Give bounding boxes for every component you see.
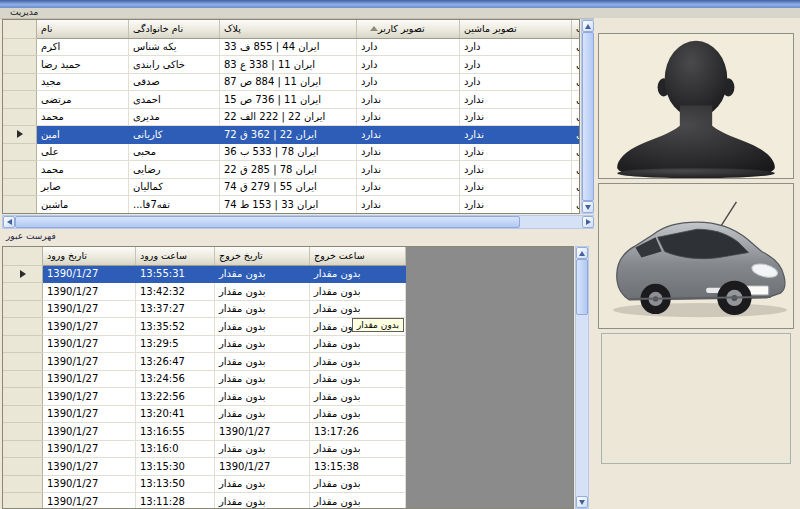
scrollbar-track[interactable] (582, 32, 594, 201)
cell-family[interactable]: تفه7قا... (129, 196, 220, 214)
row-selector[interactable] (3, 178, 37, 196)
cell-entry_time[interactable]: 13:16:55 (136, 423, 215, 441)
row-selector[interactable] (3, 73, 37, 91)
cell-user_image[interactable]: ندارد (357, 196, 460, 214)
row-selector[interactable] (3, 265, 43, 283)
cell-exit_time[interactable]: بدون مقدار (310, 475, 406, 493)
table-row[interactable]: امینکاریانیایران 22 | 362 ق 72نداردندارد… (3, 126, 580, 144)
cell-car_image[interactable]: ندارد (460, 91, 572, 109)
cell-family[interactable]: احمدی (129, 91, 220, 109)
table-row[interactable]: مجیدصدقیایران 11 | 884 ص 87داردداردفعال (3, 73, 580, 91)
cell-entry_time[interactable]: 13:15:30 (136, 458, 215, 476)
cell-exit_time[interactable]: بدون مقدار (310, 265, 406, 283)
table-row[interactable]: 1390/1/2713:26:47بدون مقداربدون مقدار (3, 353, 406, 371)
cell-entry_time[interactable]: 13:22:56 (136, 388, 215, 406)
scrollbar-thumb[interactable] (576, 259, 588, 315)
cell-car_image[interactable]: ندارد (460, 161, 572, 179)
cell-family[interactable]: مدیری (129, 108, 220, 126)
cell-name[interactable]: اکرم (37, 38, 129, 56)
cell-entry_time[interactable]: 13:26:47 (136, 353, 215, 371)
cell-plate[interactable]: ایران 55 | 279 ق 74 (220, 178, 357, 196)
row-selector[interactable] (3, 283, 43, 301)
cell-family[interactable]: صدقی (129, 73, 220, 91)
cell-exit_date[interactable]: بدون مقدار (215, 335, 310, 353)
row-selector[interactable] (3, 143, 37, 161)
cell-car_image[interactable]: ندارد (460, 196, 572, 214)
column-header-car_image[interactable]: تصویر ماشین (460, 20, 572, 38)
row-selector[interactable] (3, 335, 43, 353)
cell-exit_date[interactable]: بدون مقدار (215, 265, 310, 283)
table-row[interactable]: حمید رضاخاکی رابندیایران 11 | 338 ع 83دا… (3, 56, 580, 74)
cell-user_image[interactable]: دارد (357, 73, 460, 91)
cell-name[interactable]: حمید رضا (37, 56, 129, 74)
row-selector[interactable] (3, 440, 43, 458)
table-row[interactable]: 1390/1/2713:42:32بدون مقداربدون مقدار (3, 283, 406, 301)
cell-name[interactable]: مرتضی (37, 91, 129, 109)
table-row[interactable]: 1390/1/2713:24:56بدون مقداربدون مقدار (3, 370, 406, 388)
cell-entry_time[interactable]: 13:11:28 (136, 493, 215, 509)
cell-user_image[interactable]: ندارد (357, 108, 460, 126)
cell-name[interactable]: صابر (37, 178, 129, 196)
cell-plate[interactable]: ایران 78 | 285 ق 22 (220, 161, 357, 179)
row-selector[interactable] (3, 38, 37, 56)
members-grid-vertical-scrollbar[interactable] (581, 19, 595, 214)
cell-exit_date[interactable]: بدون مقدار (215, 370, 310, 388)
scrollbar-thumb[interactable] (15, 216, 520, 228)
cell-car_image[interactable]: ندارد (460, 126, 572, 144)
cell-exit_date[interactable]: بدون مقدار (215, 493, 310, 509)
row-selector[interactable] (3, 370, 43, 388)
table-row[interactable]: 1390/1/2713:29:5بدون مقداربدون مقدار (3, 335, 406, 353)
cell-plate[interactable]: ایران 78 | 533 ب 36 (220, 143, 357, 161)
cell-family[interactable]: رضایی (129, 161, 220, 179)
scrollbar-track[interactable] (576, 259, 588, 496)
cell-exit_date[interactable]: بدون مقدار (215, 440, 310, 458)
cell-exit_time[interactable]: 13:17:26 (310, 423, 406, 441)
table-row[interactable]: علیمحبیایران 78 | 533 ب 36نداردنداردفعال (3, 143, 580, 161)
members-grid-horizontal-scrollbar[interactable] (2, 215, 595, 229)
cell-user_image[interactable]: ندارد (357, 161, 460, 179)
cell-user_image[interactable]: دارد (357, 56, 460, 74)
table-row[interactable]: 1390/1/2713:15:301390/1/2713:15:38 (3, 458, 406, 476)
cell-entry_date[interactable]: 1390/1/27 (43, 283, 136, 301)
cell-exit_time[interactable]: بدون مقدار (310, 440, 406, 458)
column-header-name[interactable]: نام (37, 20, 129, 38)
cell-name[interactable]: محمد (37, 108, 129, 126)
table-row[interactable]: 1390/1/2713:11:28بدون مقداربدون مقدار (3, 493, 406, 509)
table-row[interactable]: ماشینتفه7قا...ایران 33 | 153 ط 74نداردند… (3, 196, 580, 214)
row-selector[interactable] (3, 493, 43, 509)
cell-user_image[interactable]: ندارد (357, 143, 460, 161)
cell-family[interactable]: محبی (129, 143, 220, 161)
cell-car_image[interactable]: ندارد (460, 178, 572, 196)
cell-user_image[interactable]: دارد (357, 38, 460, 56)
cell-plate[interactable]: ایران 44 | 855 ف 33 (220, 38, 357, 56)
cell-entry_date[interactable]: 1390/1/27 (43, 318, 136, 336)
cell-entry_date[interactable]: 1390/1/27 (43, 300, 136, 318)
row-selector[interactable] (3, 161, 37, 179)
cell-car_image[interactable]: دارد (460, 38, 572, 56)
cell-car_image[interactable]: دارد (460, 73, 572, 91)
cell-entry_date[interactable]: 1390/1/27 (43, 353, 136, 371)
cell-entry_date[interactable]: 1390/1/27 (43, 493, 136, 509)
cell-exit_time[interactable]: بدون مقدار (310, 300, 406, 318)
scrollbar-thumb[interactable] (582, 32, 594, 201)
row-selector[interactable] (3, 475, 43, 493)
cell-family[interactable]: یکه شناس (129, 38, 220, 56)
cell-status[interactable]: فعال (572, 161, 581, 179)
column-header-exit_time[interactable]: ساعت خروج (310, 247, 406, 265)
table-row[interactable]: 1390/1/2713:37:27بدون مقداربدون مقدار (3, 300, 406, 318)
cell-status[interactable]: فعال (572, 143, 581, 161)
cell-entry_time[interactable]: 13:42:32 (136, 283, 215, 301)
cell-exit_time[interactable]: 13:15:38 (310, 458, 406, 476)
table-row[interactable]: محمدمدیریایران 22 | 222 الف 22نداردندارد… (3, 108, 580, 126)
cell-entry_date[interactable]: 1390/1/27 (43, 475, 136, 493)
table-row[interactable]: اکرمیکه شناسایران 44 | 855 ف 33داردداردف… (3, 38, 580, 56)
cell-entry_time[interactable]: 13:37:27 (136, 300, 215, 318)
row-selector[interactable] (3, 405, 43, 423)
scroll-up-button[interactable] (576, 247, 588, 259)
cell-plate[interactable]: ایران 22 | 362 ق 72 (220, 126, 357, 144)
table-row[interactable]: صابرکمالیانایران 55 | 279 ق 74نداردندارد… (3, 178, 580, 196)
column-header-plate[interactable]: پلاک (220, 20, 357, 38)
cell-entry_date[interactable]: 1390/1/27 (43, 405, 136, 423)
cell-status[interactable]: غیرفعال (572, 108, 581, 126)
row-selector[interactable] (3, 196, 37, 214)
